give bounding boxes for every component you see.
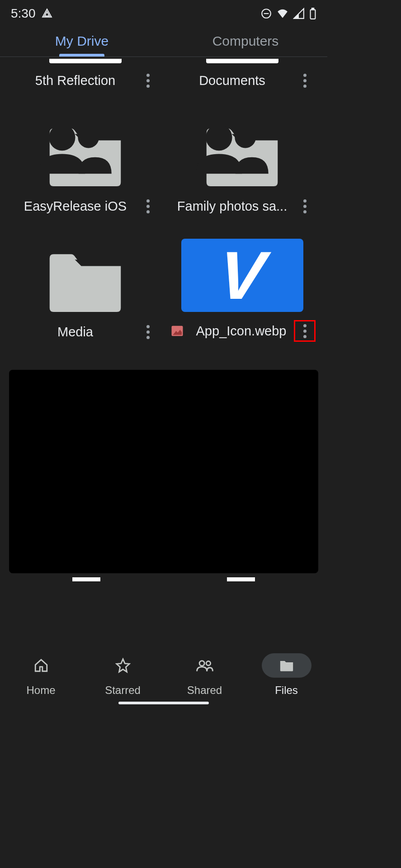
home-icon [33, 658, 49, 673]
more-options-button[interactable] [137, 321, 159, 343]
file-preview-large[interactable] [9, 370, 318, 573]
folder-item-family-photos[interactable]: Family photos sa... [166, 105, 318, 217]
nav-home[interactable]: Home [0, 650, 82, 700]
file-grid[interactable]: 5th Reflection Documents EasyRelease iOS [0, 57, 327, 650]
nav-label: Starred [105, 684, 141, 697]
item-label: Documents [170, 72, 294, 89]
folder-icon [279, 659, 294, 672]
tab-my-drive[interactable]: My Drive [0, 25, 164, 57]
folder-icon [46, 249, 125, 312]
status-time: 5:30 [11, 6, 36, 21]
battery-icon [309, 8, 316, 19]
venmo-logo: V [216, 239, 268, 312]
svg-rect-2 [311, 9, 316, 19]
svg-point-6 [206, 124, 232, 151]
thumb-sliver [206, 59, 278, 63]
app-status-icon [41, 8, 53, 19]
more-options-button[interactable] [294, 320, 316, 342]
item-label: Family photos sa... [170, 198, 294, 214]
nav-label: Home [26, 684, 55, 697]
dnd-icon [260, 8, 272, 19]
svg-point-4 [49, 124, 75, 151]
nav-label: Files [275, 684, 298, 697]
item-label: 5th Reflection [14, 72, 137, 89]
folder-item-5th-reflection[interactable]: 5th Reflection [9, 59, 161, 91]
bottom-nav: Home Starred Shared Files [0, 650, 327, 709]
image-thumbnail: V [181, 239, 303, 312]
file-item-app-icon[interactable]: V App_Icon.webp [166, 231, 318, 343]
tab-my-drive-label: My Drive [55, 33, 109, 49]
folder-item-easyrelease[interactable]: EasyRelease iOS [9, 105, 161, 217]
folder-item-documents[interactable]: Documents [166, 59, 318, 91]
svg-point-7 [235, 127, 256, 148]
shared-icon [193, 116, 272, 179]
nav-shared[interactable]: Shared [164, 650, 245, 700]
more-options-button[interactable] [137, 195, 159, 217]
folder-icon [46, 123, 125, 186]
nav-label: Shared [187, 684, 222, 697]
tab-computers[interactable]: Computers [164, 25, 327, 57]
status-bar: 5:30 [0, 0, 327, 25]
item-label: App_Icon.webp [189, 323, 294, 339]
svg-point-10 [206, 661, 211, 666]
item-label: EasyRelease iOS [14, 198, 137, 214]
tabs-bar: My Drive Computers [0, 25, 327, 57]
more-options-button[interactable] [294, 70, 316, 91]
nav-starred[interactable]: Starred [82, 650, 164, 700]
thumb-sliver [49, 59, 122, 63]
nav-files[interactable]: Files [245, 650, 327, 700]
star-icon [115, 658, 131, 673]
item-label: Media [14, 324, 137, 340]
folder-icon [203, 123, 282, 186]
tab-indicator [59, 54, 104, 57]
home-indicator[interactable] [118, 702, 209, 704]
signal-icon [293, 8, 305, 19]
people-icon [196, 659, 213, 672]
svg-point-5 [78, 127, 99, 148]
folder-item-media[interactable]: Media [9, 231, 161, 343]
wifi-icon [277, 8, 288, 19]
more-options-button[interactable] [294, 195, 316, 217]
tab-computers-label: Computers [212, 33, 279, 49]
preview-caption [9, 577, 318, 581]
shared-icon [36, 116, 115, 179]
svg-rect-3 [312, 8, 314, 9]
more-options-button[interactable] [137, 70, 159, 91]
svg-point-9 [199, 661, 204, 666]
image-type-icon [170, 324, 184, 338]
